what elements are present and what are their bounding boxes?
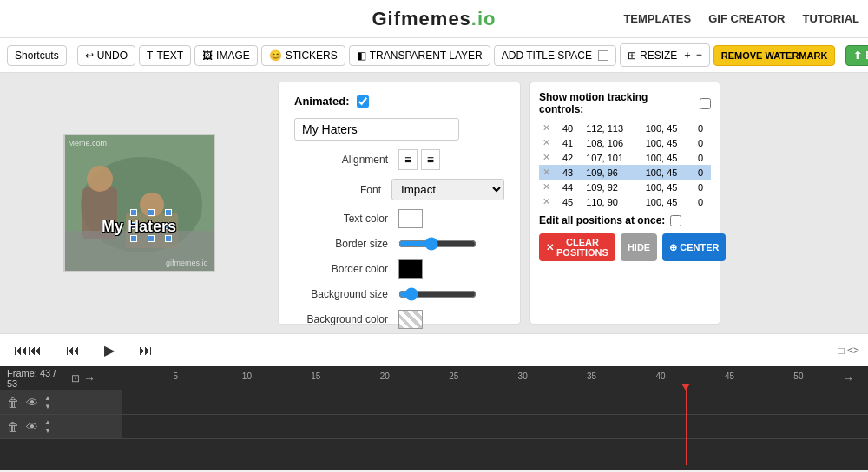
canvas-area[interactable]: My Haters gifmemes.io Meme.com	[0, 73, 278, 333]
motion-row-41: ✕ 41 108, 106 100, 45 0	[539, 135, 711, 150]
motion-row-x-43[interactable]: ✕	[539, 165, 559, 180]
image-button[interactable]: 🖼 IMAGE	[194, 45, 258, 66]
motion-row-wh-44: 100, 45	[642, 180, 694, 194]
ruler-label-35: 35	[587, 371, 596, 381]
ruler-label-25: 25	[449, 371, 458, 381]
rewind-button[interactable]: ⏮⏮	[9, 341, 47, 360]
track-visibility-2[interactable]: 👁	[24, 418, 40, 436]
bg-color-swatch[interactable]	[398, 310, 423, 329]
expand-icon: □ <>	[838, 344, 859, 357]
animated-checkbox[interactable]	[357, 95, 369, 108]
ruler-label-50: 50	[793, 371, 803, 381]
action-buttons: ✕ CLEAR POSITIONS HIDE ⊕ CENTER	[539, 233, 711, 261]
alignment-buttons: ≡ ≡	[398, 149, 440, 170]
hide-button[interactable]: HIDE	[621, 233, 657, 261]
border-color-swatch[interactable]	[398, 259, 423, 279]
text-color-swatch[interactable]	[398, 209, 423, 228]
border-size-slider[interactable]	[398, 237, 477, 251]
motion-row-xy-45: 110, 90	[582, 194, 642, 209]
bg-color-label: Background color	[294, 313, 398, 325]
track-visibility-1[interactable]: 👁	[24, 394, 40, 411]
align-right-button[interactable]: ≡	[421, 149, 440, 170]
image-icon: 🖼	[202, 49, 213, 62]
handle-tm[interactable]	[148, 209, 155, 216]
motion-row-wh-41: 100, 45	[642, 135, 694, 150]
motion-header: Show motion tracking controls:	[539, 91, 711, 115]
motion-row-x-45[interactable]: ✕	[539, 194, 559, 209]
ruler-label-45: 45	[725, 371, 734, 381]
step-arrows-2: ▲ ▼	[43, 418, 52, 436]
motion-row-wh-45: 100, 45	[642, 194, 694, 209]
text-color-label: Text color	[294, 213, 398, 225]
prev-frame-button[interactable]: ⏮	[61, 341, 85, 360]
handle-tr[interactable]	[165, 209, 172, 216]
bg-size-slider[interactable]	[398, 287, 477, 301]
shortcuts-button[interactable]: Shortcuts	[7, 45, 67, 66]
step-arrows-1: ▲ ▼	[43, 394, 52, 411]
motion-row-x-40[interactable]: ✕	[539, 121, 559, 135]
step-down-1[interactable]: ▼	[43, 403, 52, 411]
undo-button[interactable]: ↩ UNDO	[77, 45, 135, 66]
motion-row-xy-42: 107, 101	[582, 150, 642, 165]
motion-row-r-44: 0	[694, 180, 711, 194]
motion-tracking-checkbox[interactable]	[700, 98, 711, 109]
motion-row-xy-44: 109, 92	[582, 180, 642, 194]
frame-label: Frame: 43 / 53	[7, 368, 68, 389]
motion-row-x-42[interactable]: ✕	[539, 150, 559, 165]
font-select[interactable]: Impact Arial Comic Sans MS	[391, 179, 504, 200]
meme-watermark: gifmemes.io	[166, 259, 208, 267]
animated-row: Animated:	[294, 95, 504, 108]
logo: Gifmemes.io	[372, 8, 496, 30]
arrow-right-timeline[interactable]: →	[83, 371, 95, 385]
ruler-label-15: 15	[311, 371, 320, 381]
transparent-button[interactable]: ◧ TRANSPARENT LAYER	[349, 45, 490, 66]
undo-icon: ↩	[85, 49, 94, 62]
text-input-row	[294, 118, 504, 141]
motion-row-40: ✕ 40 112, 113 100, 45 0	[539, 121, 711, 135]
timeline-end-arrow[interactable]: →	[842, 371, 854, 385]
text-input[interactable]	[294, 118, 459, 141]
bg-size-label: Background size	[294, 288, 398, 300]
title-space-button[interactable]: ADD TITLE SPACE	[494, 45, 616, 66]
clear-positions-button[interactable]: ✕ CLEAR POSITIONS	[539, 233, 615, 261]
step-up-2[interactable]: ▲	[43, 418, 52, 427]
svg-point-3	[87, 166, 113, 192]
motion-row-r-41: 0	[694, 135, 711, 150]
handle-tl[interactable]	[130, 209, 137, 216]
motion-row-x-41[interactable]: ✕	[539, 135, 559, 150]
nav-templates[interactable]: TEMPLATES	[623, 12, 691, 25]
stickers-button[interactable]: 😊 STICKERS	[261, 45, 345, 66]
header: Gifmemes.io TEMPLATES GIF CREATOR TUTORI…	[0, 0, 868, 38]
play-button[interactable]: ▶	[99, 340, 120, 360]
center-button[interactable]: ⊕ CENTER	[662, 233, 726, 261]
nav-tutorial[interactable]: TUTORIAL	[803, 12, 859, 25]
step-up-1[interactable]: ▲	[43, 394, 52, 403]
nav-gif-creator[interactable]: GIF CREATOR	[708, 12, 785, 25]
step-down-2[interactable]: ▼	[43, 427, 52, 436]
meme-canvas[interactable]: My Haters gifmemes.io Meme.com	[63, 134, 215, 272]
handle-br[interactable]	[165, 235, 172, 242]
ruler-label-10: 10	[242, 371, 252, 381]
align-left-button[interactable]: ≡	[398, 149, 418, 170]
text-button[interactable]: T TEXT	[139, 45, 191, 66]
track-delete-2[interactable]: 🗑	[5, 418, 21, 436]
motion-row-xy-41: 108, 106	[582, 135, 642, 150]
next-frame-button[interactable]: ⏭	[134, 341, 158, 360]
alignment-label: Alignment	[294, 154, 398, 166]
handle-bm[interactable]	[148, 235, 155, 242]
text-icon: T	[147, 49, 153, 62]
resize-button[interactable]: ⊞ RESIZE ＋ −	[620, 43, 710, 67]
clear-icon: ✕	[546, 242, 554, 253]
motion-row-x-44[interactable]: ✕	[539, 180, 559, 194]
handle-bl[interactable]	[130, 235, 137, 242]
motion-row-42: ✕ 42 107, 101 100, 45 0	[539, 150, 711, 165]
meme-label: Meme.com	[69, 139, 108, 148]
track-delete-1[interactable]: 🗑	[5, 394, 21, 411]
export-button[interactable]: ⬆ EXPORT	[845, 45, 868, 66]
motion-row-wh-42: 100, 45	[642, 150, 694, 165]
edit-all-checkbox[interactable]	[670, 215, 681, 226]
remove-watermark-button[interactable]: REMOVE WATERMARK	[713, 45, 836, 66]
motion-row-r-40: 0	[694, 121, 711, 135]
border-color-label: Border color	[294, 263, 398, 275]
meme-image	[65, 135, 214, 271]
